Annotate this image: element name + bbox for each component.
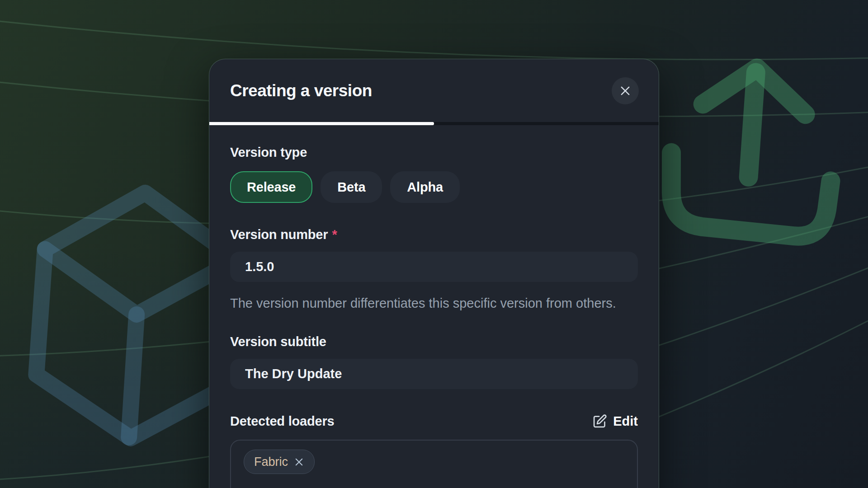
loader-chip-fabric: Fabric: [244, 450, 315, 474]
modal-header: Creating a version: [209, 59, 659, 122]
required-asterisk: *: [332, 227, 337, 242]
close-button[interactable]: [612, 77, 639, 104]
modal-title: Creating a version: [230, 81, 372, 100]
edit-loaders-button[interactable]: Edit: [592, 414, 638, 429]
upload-arrow-icon: [666, 62, 839, 238]
version-type-label: Version type: [230, 145, 638, 160]
version-type-options: Release Beta Alpha: [230, 171, 638, 203]
x-icon: [294, 457, 304, 467]
version-subtitle-input[interactable]: [230, 359, 638, 389]
detected-loaders-box: Fabric: [230, 440, 638, 488]
detected-loaders-field: Detected loaders Edit Fabric: [230, 414, 638, 488]
version-subtitle-field: Version subtitle: [230, 334, 638, 389]
version-number-input[interactable]: [230, 252, 638, 282]
page-background: Creating a version Version type Release …: [0, 0, 868, 488]
version-number-help: The version number differentiates this s…: [230, 293, 638, 314]
edit-label: Edit: [613, 414, 638, 429]
detected-loaders-label: Detected loaders: [230, 414, 335, 429]
create-version-modal: Creating a version Version type Release …: [209, 59, 659, 488]
version-type-alpha-button[interactable]: Alpha: [390, 171, 460, 203]
remove-loader-button[interactable]: [294, 457, 304, 467]
version-type-release-button[interactable]: Release: [230, 171, 312, 203]
square-pen-icon: [592, 414, 607, 429]
version-number-label-row: Version number*: [230, 227, 638, 242]
version-subtitle-label: Version subtitle: [230, 334, 638, 349]
progress-bar-fill: [209, 122, 434, 125]
close-icon: [619, 84, 632, 97]
version-type-field: Version type Release Beta Alpha: [230, 145, 638, 203]
version-type-beta-button[interactable]: Beta: [321, 171, 382, 203]
loader-chip-label: Fabric: [254, 455, 288, 469]
version-number-label: Version number: [230, 227, 328, 242]
version-number-field: Version number* The version number diffe…: [230, 227, 638, 314]
progress-bar: [209, 122, 659, 125]
modal-body: Version type Release Beta Alpha Version …: [209, 125, 659, 488]
